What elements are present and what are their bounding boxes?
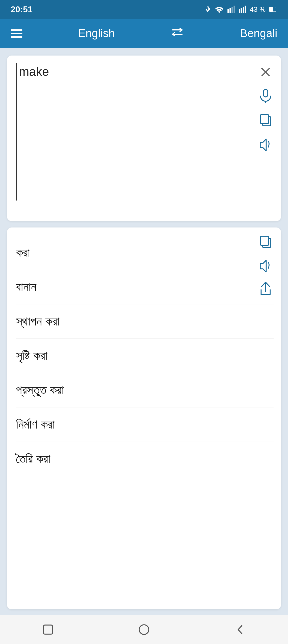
signal-icon [227,6,235,13]
list-item[interactable]: সৃষ্টি করা [16,339,274,373]
recent-apps-button[interactable] [37,619,59,640]
svg-rect-7 [245,6,246,13]
wifi-icon [215,6,224,13]
main-content: make [0,48,288,615]
svg-rect-3 [233,6,235,13]
svg-point-20 [139,625,149,634]
list-item[interactable]: নির্মাণ করা [16,407,274,442]
speak-translation-button[interactable] [258,257,274,273]
svg-rect-16 [261,115,269,124]
microphone-button[interactable] [258,88,274,104]
source-language[interactable]: English [78,27,115,40]
share-button[interactable] [258,281,274,297]
bluetooth-icon [203,5,211,14]
menu-button[interactable] [11,29,22,38]
svg-rect-5 [241,8,242,13]
status-bar: 20:51 43 % [0,0,288,19]
bottom-nav [0,615,288,644]
svg-rect-4 [239,9,240,13]
list-item[interactable]: করা [16,235,274,270]
target-language[interactable]: Bengali [240,27,277,40]
svg-rect-9 [270,7,273,11]
home-button[interactable] [133,619,155,640]
list-item[interactable]: প্রস্তুত করা [16,373,274,407]
input-actions [258,63,274,214]
svg-rect-19 [43,625,53,634]
svg-rect-6 [243,7,244,13]
speak-source-button[interactable] [258,136,274,152]
list-item[interactable]: স্থাপন করা [16,304,274,339]
source-text-input[interactable]: make [16,63,252,201]
svg-rect-18 [261,236,269,245]
signal-icon-2 [239,6,246,13]
clear-button[interactable] [258,64,274,80]
result-actions [258,234,274,297]
result-card: করা বানান স্থাপন করা সৃষ্টি করা প্রস্তুত… [7,227,281,609]
translations-list: করা বানান স্থাপন করা সৃষ্টি করা প্রস্তুত… [16,230,274,476]
list-item[interactable]: বানান [16,270,274,304]
status-icons: 43 % [203,5,277,14]
copy-source-button[interactable] [258,112,274,128]
battery-icon [269,6,277,13]
svg-rect-2 [231,7,233,13]
back-button[interactable] [229,619,251,640]
list-item[interactable]: তৈরি করা [16,442,274,476]
svg-rect-0 [227,9,229,13]
svg-rect-1 [229,8,231,13]
top-nav: English Bengali [0,19,288,48]
svg-rect-12 [263,89,268,97]
status-time: 20:51 [11,5,33,14]
input-card: make [7,56,281,221]
battery-text: 43 % [250,5,266,14]
input-area: make [16,63,252,214]
copy-translation-button[interactable] [258,234,274,250]
swap-languages-button[interactable] [170,27,184,40]
